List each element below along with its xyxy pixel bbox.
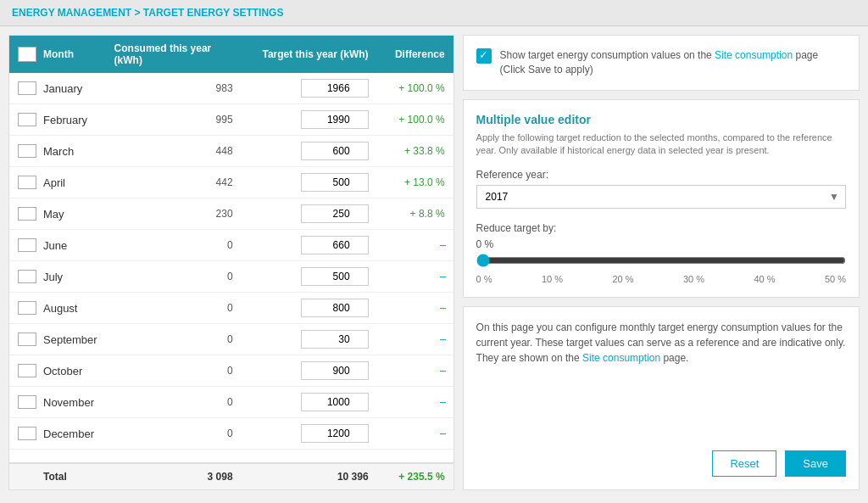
row-checkbox-cell (9, 138, 35, 164)
row-month: February (35, 108, 106, 132)
header-month: Month (35, 36, 106, 73)
row-month: November (35, 390, 106, 415)
row-target-input[interactable] (301, 204, 369, 223)
row-month: April (35, 170, 106, 195)
table-body: January 983 + 100.0 % February 995 + 100… (9, 73, 453, 462)
row-month: May (35, 202, 106, 226)
site-consumption-link-2[interactable]: Site consumption (582, 352, 660, 364)
row-month: March (35, 139, 106, 164)
table-row: June 0 --- (9, 230, 453, 261)
row-diff: + 33.8 % (377, 139, 453, 163)
row-target-input[interactable] (301, 393, 369, 411)
header-difference: Difference (377, 36, 453, 73)
footer-target: 10 396 (242, 464, 377, 489)
row-target-input[interactable] (301, 173, 369, 192)
row-consumed: 995 (106, 108, 242, 131)
row-consumed: 0 (106, 327, 242, 351)
row-checkbox[interactable] (18, 113, 36, 126)
row-checkbox[interactable] (18, 81, 36, 95)
row-checkbox[interactable] (18, 270, 36, 283)
multi-value-desc: Apply the following target reduction to … (476, 131, 846, 158)
breadcrumb-prefix: Energy management > (12, 7, 143, 19)
ref-year-select-wrapper: 2017 2016 2015 ▼ (476, 185, 846, 209)
row-target (242, 167, 377, 198)
table-row: July 0 --- (9, 261, 453, 293)
table-row: February 995 + 100.0 % (9, 104, 453, 136)
select-all-checkbox[interactable] (18, 47, 36, 62)
table-row: May 230 + 8.8 % (9, 198, 453, 230)
row-checkbox[interactable] (18, 207, 36, 221)
row-checkbox[interactable] (18, 238, 36, 252)
row-target-input[interactable] (301, 424, 369, 443)
row-checkbox-cell (9, 421, 35, 446)
row-checkbox[interactable] (18, 144, 36, 158)
row-checkbox-cell (9, 170, 35, 195)
row-target-input[interactable] (301, 299, 369, 317)
row-target-input[interactable] (301, 236, 369, 254)
row-diff: --- (377, 359, 453, 383)
row-target (242, 198, 377, 229)
row-month: October (35, 359, 106, 383)
row-consumed: 0 (106, 233, 242, 257)
row-target (242, 261, 377, 292)
row-month: June (35, 233, 106, 258)
slider-tick: 0 % (476, 274, 492, 284)
row-month: September (35, 327, 106, 352)
row-diff: --- (377, 233, 453, 257)
bottom-actions: Reset Save (476, 450, 846, 477)
row-target (242, 230, 377, 260)
slider-tick: 30 % (683, 274, 704, 284)
row-consumed: 0 (106, 296, 242, 320)
row-checkbox-cell (9, 75, 35, 101)
ref-year-label: Reference year: (476, 169, 846, 181)
row-consumed: 0 (106, 422, 242, 445)
row-consumed: 442 (106, 170, 242, 194)
row-checkbox[interactable] (18, 364, 36, 377)
ref-year-select[interactable]: 2017 2016 2015 (476, 185, 846, 209)
row-target-input[interactable] (301, 79, 369, 98)
multi-value-title: Multiple value editor (476, 113, 846, 126)
row-target (242, 73, 377, 103)
row-diff: + 100.0 % (377, 108, 453, 131)
table-footer: Total 3 098 10 396 + 235.5 % (9, 462, 453, 489)
row-checkbox-cell (9, 107, 35, 132)
row-month: December (35, 422, 106, 446)
row-diff: --- (377, 390, 453, 414)
slider-ticks: 0 %10 %20 %30 %40 %50 % (476, 274, 846, 284)
row-target (242, 387, 377, 417)
slider-tick: 50 % (825, 274, 846, 284)
table-row: March 448 + 33.8 % (9, 136, 453, 167)
row-consumed: 448 (106, 139, 242, 163)
row-diff: --- (377, 296, 453, 320)
show-target-card: Show target energy consumption values on… (463, 35, 860, 91)
row-month: January (35, 76, 106, 101)
row-checkbox[interactable] (18, 333, 36, 346)
header-target: Target this year (kWh) (242, 36, 377, 73)
info-text: On this page you can configure monthly t… (476, 320, 846, 366)
row-consumed: 0 (106, 390, 242, 414)
info-card: On this page you can configure monthly t… (463, 306, 860, 490)
row-checkbox[interactable] (18, 176, 36, 189)
site-consumption-link-1[interactable]: Site consumption (715, 49, 793, 61)
row-target-input[interactable] (301, 110, 369, 129)
row-checkbox-cell (9, 201, 35, 226)
reduce-slider[interactable] (476, 254, 846, 267)
table-row: April 442 + 13.0 % (9, 167, 453, 198)
row-target-input[interactable] (301, 330, 369, 349)
reduce-label: Reduce target by: (476, 222, 846, 234)
row-consumed: 0 (106, 359, 242, 383)
right-panel: Show target energy consumption values on… (463, 35, 860, 490)
save-button[interactable]: Save (785, 450, 846, 477)
row-target-input[interactable] (301, 267, 369, 286)
table-row: August 0 --- (9, 293, 453, 324)
row-checkbox[interactable] (18, 301, 36, 315)
row-target-input[interactable] (301, 361, 369, 380)
row-checkbox[interactable] (18, 395, 36, 409)
show-target-checkbox[interactable] (476, 48, 492, 64)
footer-diff: + 235.5 % (377, 464, 453, 489)
row-checkbox-cell (9, 295, 35, 321)
multi-value-editor-card: Multiple value editor Apply the followin… (463, 99, 860, 299)
row-checkbox[interactable] (18, 427, 36, 440)
reset-button[interactable]: Reset (712, 450, 776, 477)
row-target-input[interactable] (301, 142, 369, 160)
